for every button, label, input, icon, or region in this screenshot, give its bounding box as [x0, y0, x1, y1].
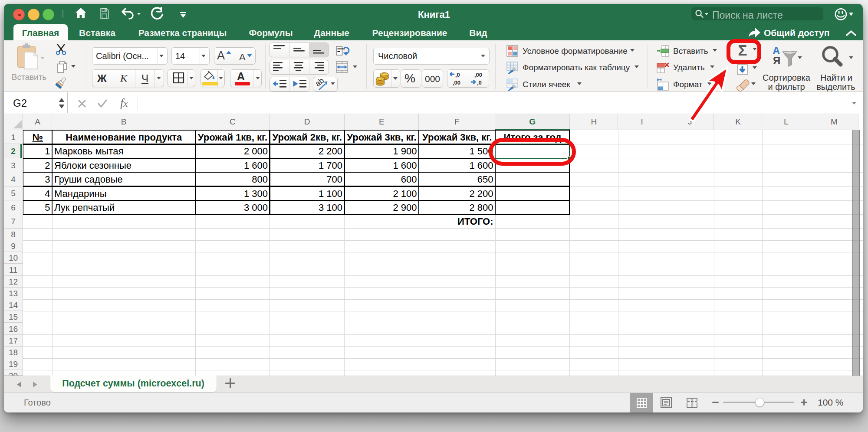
svg-text:,00: ,00 — [453, 79, 460, 86]
svg-text:ab: ab — [316, 78, 326, 88]
svg-text:,0: ,0 — [455, 72, 460, 78]
svg-text:,00: ,00 — [474, 72, 482, 78]
svg-text:,0: ,0 — [477, 79, 482, 86]
